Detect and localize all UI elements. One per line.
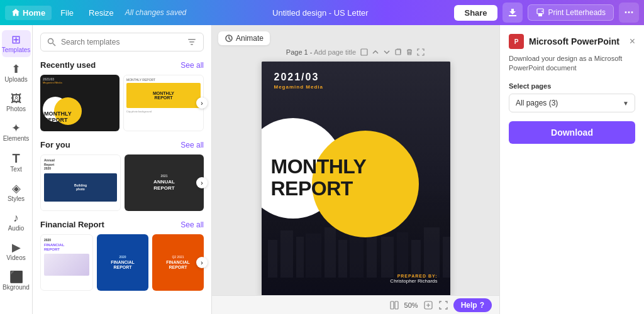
template-card-monthly-dark[interactable]: 2021/03 Megamind Media MONTHLYREPORT	[40, 75, 119, 131]
fullscreen-icon[interactable]	[438, 300, 448, 310]
file-menu[interactable]: File	[54, 6, 80, 20]
audio-icon: ♪	[13, 212, 19, 224]
resize-menu[interactable]: Resize	[82, 6, 120, 20]
videos-icon: ▶	[12, 242, 21, 253]
svg-rect-21	[397, 232, 408, 278]
prepared-label: PREPARED BY:	[390, 274, 437, 278]
frame-icon[interactable]	[360, 48, 369, 57]
home-button[interactable]: Home	[5, 6, 52, 20]
document-title: Untitled design - US Letter	[189, 8, 452, 18]
financial-report-see-all[interactable]: See all	[180, 220, 204, 229]
nav-right-actions: Share Print Letterheads ···	[454, 3, 639, 23]
status-bar: 50% Help ?	[212, 295, 499, 314]
monthly-report-design: 2021/03 Megamind Media MONTHLY REPORT PR…	[262, 62, 450, 296]
template-card-annual-dark[interactable]: 2021 ANNUALREPORT	[125, 154, 204, 211]
chevron-down-icon[interactable]	[382, 48, 391, 57]
recently-used-title: Recently used	[40, 60, 96, 70]
powerpoint-icon: P	[509, 34, 524, 49]
financial-next-arrow[interactable]: ›	[196, 257, 208, 268]
search-bar[interactable]	[40, 33, 204, 51]
select-pages-label: Select pages	[509, 82, 635, 90]
svg-rect-10	[361, 49, 367, 55]
for-you-next-arrow[interactable]: ›	[196, 177, 208, 188]
animate-icon	[225, 34, 233, 43]
design-footer: PREPARED BY: Christopher Richards	[390, 274, 437, 284]
sidebar-item-text[interactable]: T Text	[2, 148, 31, 176]
left-sidebar: ⊞ Templates ⬆ Uploads 🖼 Photos ✦ Element…	[0, 25, 33, 314]
page-title-bar: Animate	[218, 31, 493, 45]
search-icon	[47, 38, 56, 46]
svg-rect-8	[191, 44, 193, 45]
print-button[interactable]: Print Letterheads	[528, 4, 614, 21]
sidebar-item-photos[interactable]: 🖼 Photos	[2, 89, 31, 116]
template-card-monthly-white[interactable]: MONTHLY REPORT MONTHLYREPORT City photo …	[123, 75, 204, 131]
download-panel-title: Microsoft PowerPoint	[529, 36, 619, 46]
for-you-see-all[interactable]: See all	[180, 141, 204, 149]
download-panel-header: P Microsoft PowerPoint ×	[509, 34, 635, 49]
svg-rect-12	[268, 240, 277, 278]
sidebar-item-background[interactable]: ⬛ Bkground	[2, 268, 31, 295]
recently-used-next-arrow[interactable]: ›	[196, 97, 208, 109]
recently-used-header: Recently used See all	[40, 60, 204, 70]
download-icon-button[interactable]	[502, 3, 523, 23]
canvas-area: Animate Page 1 - Add page title	[212, 25, 499, 314]
svg-rect-25	[391, 301, 394, 309]
chevron-up-icon[interactable]	[371, 48, 380, 57]
page-view-icon[interactable]	[389, 300, 399, 310]
financial-report-title: Financial Report	[40, 220, 104, 229]
svg-rect-19	[367, 230, 377, 278]
svg-point-3	[541, 11, 543, 12]
for-you-title: For you	[40, 140, 70, 149]
design-title: MONTHLY REPORT	[271, 156, 444, 200]
financial-report-grid: 2020 FinancialReport 2020 FinancialRepor…	[40, 234, 204, 291]
sidebar-item-audio[interactable]: ♪ Audio	[2, 208, 31, 236]
download-button[interactable]: Download	[509, 121, 635, 144]
close-download-panel-button[interactable]: ×	[630, 36, 635, 46]
photos-icon: 🖼	[11, 93, 22, 104]
share-button[interactable]: Share	[454, 5, 497, 21]
svg-rect-18	[350, 234, 364, 278]
svg-rect-22	[411, 240, 421, 278]
expand-icon[interactable]	[416, 48, 425, 57]
recently-used-see-all[interactable]: See all	[180, 61, 204, 70]
svg-point-4	[48, 39, 53, 44]
recently-used-grid: 2021/03 Megamind Media MONTHLYREPORT MON…	[40, 75, 204, 131]
svg-rect-15	[306, 234, 321, 278]
sidebar-item-elements[interactable]: ✦ Elements	[2, 119, 31, 146]
templates-panel: Recently used See all 2021/03 Megamind M…	[33, 25, 212, 314]
help-icon: ?	[480, 301, 484, 310]
page-1-title: Page 1 - Add page title	[286, 48, 356, 56]
more-options-button[interactable]: ···	[619, 3, 639, 23]
canvas-wrapper[interactable]: 2021/03 Megamind Media MONTHLY REPORT PR…	[262, 62, 450, 296]
background-icon: ⬛	[9, 271, 23, 283]
sidebar-item-styles[interactable]: ◈ Styles	[2, 179, 31, 206]
sidebar-item-templates[interactable]: ⊞ Templates	[2, 30, 31, 57]
svg-rect-17	[338, 240, 347, 278]
templates-icon: ⊞	[11, 34, 21, 45]
delete-icon[interactable]	[405, 48, 414, 57]
main-layout: ⊞ Templates ⬆ Uploads 🖼 Photos ✦ Element…	[0, 25, 644, 314]
copy-icon[interactable]	[394, 48, 402, 57]
financial-report-header: Financial Report See all	[40, 220, 204, 229]
svg-rect-23	[424, 227, 440, 278]
animate-button[interactable]: Animate	[218, 31, 270, 45]
save-status: All changes saved	[125, 8, 186, 17]
sidebar-item-uploads[interactable]: ⬆ Uploads	[2, 60, 31, 87]
template-card-financial-2[interactable]: 2020 FinancialReport	[97, 234, 148, 291]
zoom-icon[interactable]	[423, 300, 433, 310]
select-pages-dropdown[interactable]: All pages (3)	[509, 94, 635, 112]
search-input[interactable]	[61, 38, 182, 46]
svg-line-5	[53, 43, 55, 46]
zoom-level: 50%	[404, 301, 418, 309]
template-card-annual-white[interactable]: AnnualReport2020 Buildingphoto	[40, 154, 121, 211]
svg-rect-0	[509, 15, 516, 16]
download-panel-title-row: P Microsoft PowerPoint	[509, 34, 619, 49]
page-controls	[360, 48, 425, 57]
design-date: 2021/03	[274, 72, 319, 83]
sidebar-item-videos[interactable]: ▶ Videos	[2, 238, 31, 265]
svg-rect-16	[325, 227, 336, 278]
uploads-icon: ⬆	[11, 63, 21, 75]
download-panel: P Microsoft PowerPoint × Download your d…	[499, 25, 644, 314]
help-button[interactable]: Help ?	[453, 298, 492, 312]
template-card-financial-1[interactable]: 2020 FinancialReport	[40, 234, 93, 291]
